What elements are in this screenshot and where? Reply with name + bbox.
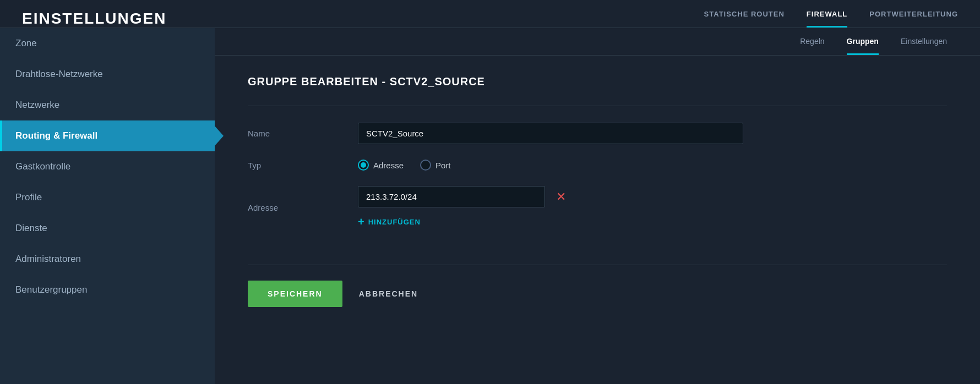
sub-tab-regeln[interactable]: Regeln bbox=[800, 37, 824, 55]
action-divider bbox=[248, 265, 947, 265]
sidebar-item-netzwerke[interactable]: Netzwerke bbox=[0, 90, 215, 120]
typ-field-container: Adresse Port bbox=[358, 160, 947, 171]
clear-address-button[interactable]: ✕ bbox=[553, 190, 569, 204]
adresse-field-container: ✕ + HINZUFÜGEN bbox=[358, 186, 947, 229]
name-label: Name bbox=[248, 129, 358, 138]
typ-radio-group: Adresse Port bbox=[358, 160, 947, 171]
sidebar-item-administratoren[interactable]: Administratoren bbox=[0, 244, 215, 275]
form-top-divider bbox=[248, 106, 947, 106]
sub-tabs: Regeln Gruppen Einstellungen bbox=[215, 28, 980, 56]
top-tabs: STATISCHE ROUTEN FIREWALL PORTWEITERLEIT… bbox=[704, 10, 958, 28]
clear-icon: ✕ bbox=[556, 190, 566, 204]
sidebar-item-gastkontrolle[interactable]: Gastkontrolle bbox=[0, 151, 215, 182]
action-area: SPEICHERN ABBRECHEN bbox=[215, 265, 980, 323]
sidebar-item-profile[interactable]: Profile bbox=[0, 182, 215, 213]
radio-port-circle bbox=[420, 160, 431, 171]
action-buttons: SPEICHERN ABBRECHEN bbox=[248, 281, 947, 307]
sidebar: Zone Drahtlose-Netzwerke Netzwerke Routi… bbox=[0, 28, 215, 384]
page-title: EINSTELLUNGEN bbox=[22, 10, 166, 28]
cancel-button[interactable]: ABBRECHEN bbox=[359, 289, 418, 298]
sidebar-item-benutzergruppen[interactable]: Benutzergruppen bbox=[0, 275, 215, 305]
sub-tab-gruppen[interactable]: Gruppen bbox=[847, 37, 879, 55]
form-row-typ: Typ Adresse Port bbox=[248, 160, 947, 171]
form-title: GRUPPE BEARBEITEN - SCTV2_SOURCE bbox=[248, 75, 947, 88]
content-area: Regeln Gruppen Einstellungen GRUPPE BEAR… bbox=[215, 28, 980, 384]
sidebar-item-zone[interactable]: Zone bbox=[0, 28, 215, 59]
tab-firewall[interactable]: FIREWALL bbox=[807, 10, 847, 28]
form-row-adresse: Adresse ✕ + HINZUFÜGEN bbox=[248, 186, 947, 229]
sidebar-item-drahtlose-netzwerke[interactable]: Drahtlose-Netzwerke bbox=[0, 59, 215, 90]
main-layout: Zone Drahtlose-Netzwerke Netzwerke Routi… bbox=[0, 28, 980, 384]
radio-port-label: Port bbox=[435, 161, 451, 170]
tab-portweiterleitung[interactable]: PORTWEITERLEITUNG bbox=[869, 10, 958, 28]
radio-adresse-label: Adresse bbox=[373, 161, 404, 170]
form-row-name: Name bbox=[248, 123, 947, 144]
add-label: HINZUFÜGEN bbox=[368, 218, 421, 226]
radio-adresse-circle bbox=[358, 160, 369, 171]
add-address-button[interactable]: + HINZUFÜGEN bbox=[358, 214, 421, 229]
header: EINSTELLUNGEN STATISCHE ROUTEN FIREWALL … bbox=[0, 0, 980, 28]
radio-port[interactable]: Port bbox=[420, 160, 451, 171]
name-input[interactable] bbox=[358, 123, 743, 144]
sidebar-item-routing-firewall[interactable]: Routing & Firewall bbox=[0, 120, 215, 151]
form-area: GRUPPE BEARBEITEN - SCTV2_SOURCE Name Ty… bbox=[215, 56, 980, 265]
adresse-label: Adresse bbox=[248, 203, 358, 212]
typ-label: Typ bbox=[248, 161, 358, 170]
address-input-row: ✕ bbox=[358, 186, 947, 207]
adresse-input[interactable] bbox=[358, 186, 545, 207]
name-field-container bbox=[358, 123, 947, 144]
radio-adresse[interactable]: Adresse bbox=[358, 160, 404, 171]
save-button[interactable]: SPEICHERN bbox=[248, 281, 342, 307]
sidebar-item-dienste[interactable]: Dienste bbox=[0, 213, 215, 244]
add-plus-icon: + bbox=[358, 216, 365, 227]
sub-tab-einstellungen[interactable]: Einstellungen bbox=[901, 37, 947, 55]
tab-statische-routen[interactable]: STATISCHE ROUTEN bbox=[704, 10, 785, 28]
